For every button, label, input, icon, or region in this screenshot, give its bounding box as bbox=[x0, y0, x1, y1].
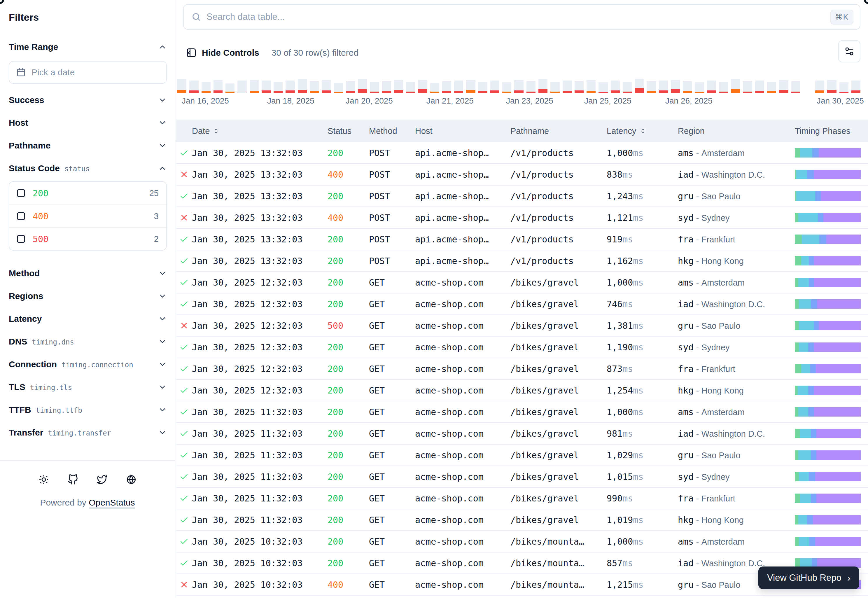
timeline-bar[interactable] bbox=[659, 81, 668, 93]
timeline-bar[interactable] bbox=[273, 82, 282, 93]
timeline-bar[interactable] bbox=[683, 81, 692, 93]
timeline-bar[interactable] bbox=[526, 81, 535, 93]
timeline-bar[interactable] bbox=[719, 82, 728, 93]
timeline-bar[interactable] bbox=[382, 81, 391, 93]
table-row[interactable]: Jan 30, 2025 12:32:03 200 GET acme-shop.… bbox=[176, 272, 868, 293]
timeline-bar[interactable] bbox=[623, 82, 632, 93]
table-row[interactable]: Jan 30, 2025 12:32:03 200 GET acme-shop.… bbox=[176, 380, 868, 401]
filter-section[interactable]: Pathname bbox=[9, 139, 167, 152]
view-github-repo-button[interactable]: View GitHub Repo › bbox=[758, 567, 859, 589]
timeline-bar[interactable] bbox=[827, 80, 836, 93]
table-row[interactable]: Jan 30, 2025 12:32:03 500 GET acme-shop.… bbox=[176, 315, 868, 336]
filter-section[interactable]: Latency bbox=[9, 312, 167, 325]
view-settings-button[interactable] bbox=[838, 40, 861, 63]
timeline-bar[interactable] bbox=[430, 83, 439, 93]
globe-icon[interactable] bbox=[126, 474, 136, 485]
timeline-bar[interactable] bbox=[755, 81, 764, 93]
filter-section-time-range[interactable]: Time Range bbox=[9, 40, 167, 53]
timeline-bar[interactable] bbox=[418, 80, 427, 93]
filter-section[interactable]: TTFB timing.ttfb bbox=[9, 404, 167, 416]
table-row[interactable]: Jan 30, 2025 12:32:03 200 GET acme-shop.… bbox=[176, 336, 868, 358]
timeline-bar[interactable] bbox=[514, 80, 523, 93]
timeline-bar[interactable] bbox=[647, 81, 656, 93]
table-row[interactable]: Jan 30, 2025 11:32:03 200 GET acme-shop.… bbox=[176, 466, 868, 488]
timeline-bar[interactable] bbox=[779, 80, 788, 93]
timeline-bar[interactable] bbox=[310, 81, 319, 93]
filter-section[interactable]: TLS timing.tls bbox=[9, 381, 167, 393]
timeline-bar[interactable] bbox=[226, 84, 235, 93]
table-column-header[interactable]: Latency bbox=[607, 126, 678, 136]
timeline-bar[interactable] bbox=[406, 82, 415, 93]
theme-toggle-sun-icon[interactable] bbox=[39, 474, 49, 485]
table-row[interactable]: Jan 30, 2025 11:32:03 200 GET acme-shop.… bbox=[176, 509, 868, 531]
table-row[interactable]: Jan 30, 2025 13:32:03 400 POST api.acme-… bbox=[176, 207, 868, 229]
table-row[interactable]: Jan 30, 2025 13:32:03 200 POST api.acme-… bbox=[176, 142, 868, 164]
timeline-bar[interactable] bbox=[189, 81, 198, 93]
timeline-bar[interactable] bbox=[346, 81, 355, 93]
status-code-option[interactable]: 400 3 bbox=[9, 205, 166, 227]
timeline-bar[interactable] bbox=[587, 80, 596, 93]
filter-section[interactable]: Transfer timing.transfer bbox=[9, 426, 167, 439]
openstatus-link[interactable]: OpenStatus bbox=[89, 498, 135, 507]
timeline-bar[interactable] bbox=[695, 82, 704, 93]
timeline-bar[interactable] bbox=[322, 80, 331, 93]
timeline-bar[interactable] bbox=[671, 80, 680, 93]
timeline-bar[interactable] bbox=[238, 81, 247, 93]
table-row[interactable]: Jan 30, 2025 11:32:03 200 GET acme-shop.… bbox=[176, 401, 868, 423]
timeline-bar[interactable] bbox=[563, 81, 572, 93]
timeline-bar[interactable] bbox=[840, 82, 849, 93]
twitter-icon[interactable] bbox=[97, 474, 108, 485]
filter-section[interactable]: DNS timing.dns bbox=[9, 335, 167, 348]
timeline-bar[interactable] bbox=[261, 81, 271, 93]
timeline-bar[interactable] bbox=[611, 81, 620, 93]
timeline-bar[interactable] bbox=[202, 82, 211, 93]
table-row[interactable]: Jan 30, 2025 13:32:03 200 POST api.acme-… bbox=[176, 185, 868, 207]
status-code-option[interactable]: 500 2 bbox=[9, 227, 166, 250]
checkbox[interactable] bbox=[17, 212, 25, 220]
timeline-bar[interactable] bbox=[815, 81, 824, 93]
timeline-bar[interactable] bbox=[707, 81, 716, 93]
timeline-bar[interactable] bbox=[852, 81, 861, 93]
filter-section[interactable]: Connection timing.connection bbox=[9, 358, 167, 371]
hide-controls-button[interactable]: Hide Controls bbox=[186, 48, 259, 58]
search-input[interactable] bbox=[206, 12, 825, 22]
timeline-bar[interactable] bbox=[791, 81, 800, 93]
timeline-bar[interactable] bbox=[502, 82, 511, 93]
checkbox[interactable] bbox=[17, 235, 25, 243]
date-picker-button[interactable]: Pick a date bbox=[9, 61, 167, 84]
timeline-bar[interactable] bbox=[550, 82, 559, 93]
timeline-bar[interactable] bbox=[466, 80, 475, 93]
table-row[interactable]: Jan 30, 2025 10:32:03 200 GET acme-shop.… bbox=[176, 531, 868, 553]
filter-section[interactable]: Regions bbox=[9, 290, 167, 302]
timeline-bar[interactable] bbox=[538, 79, 547, 93]
table-row[interactable]: Jan 30, 2025 12:32:03 200 GET acme-shop.… bbox=[176, 293, 868, 315]
timeline-bar[interactable] bbox=[358, 79, 367, 93]
timeline-bar[interactable] bbox=[478, 82, 487, 93]
timeline-bar[interactable] bbox=[454, 81, 463, 93]
timeline-bar[interactable] bbox=[442, 81, 451, 93]
timeline-bar[interactable] bbox=[298, 79, 307, 93]
timeline-bar[interactable] bbox=[490, 81, 499, 93]
table-row[interactable]: Jan 30, 2025 11:32:03 200 GET acme-shop.… bbox=[176, 444, 868, 466]
github-icon[interactable] bbox=[68, 474, 78, 485]
timeline-bar[interactable] bbox=[635, 79, 644, 93]
timeline-bar[interactable] bbox=[214, 80, 223, 93]
timeline-bar[interactable] bbox=[285, 81, 294, 93]
timeline-bar[interactable] bbox=[743, 81, 752, 93]
table-row[interactable]: Jan 30, 2025 13:32:03 200 POST api.acme-… bbox=[176, 250, 868, 272]
timeline-bar[interactable] bbox=[177, 79, 187, 93]
timeline-bar[interactable] bbox=[575, 81, 584, 93]
timeline-bar[interactable] bbox=[767, 82, 776, 93]
checkbox[interactable] bbox=[17, 189, 25, 197]
timeline-bar[interactable] bbox=[599, 82, 608, 93]
status-code-option[interactable]: 200 25 bbox=[9, 182, 166, 205]
timeline-bar[interactable] bbox=[334, 83, 343, 93]
table-row[interactable]: Jan 30, 2025 13:32:03 200 POST api.acme-… bbox=[176, 229, 868, 250]
timeline-bar[interactable] bbox=[370, 82, 379, 93]
table-row[interactable]: Jan 30, 2025 11:32:03 200 GET acme-shop.… bbox=[176, 423, 868, 444]
filter-section-status-code[interactable]: Status Code status bbox=[9, 162, 167, 175]
filter-section[interactable]: Success bbox=[9, 94, 167, 106]
table-column-header[interactable]: Date bbox=[192, 126, 327, 136]
timeline-bar[interactable] bbox=[249, 80, 259, 93]
table-row[interactable]: Jan 30, 2025 13:32:03 400 POST api.acme-… bbox=[176, 164, 868, 185]
